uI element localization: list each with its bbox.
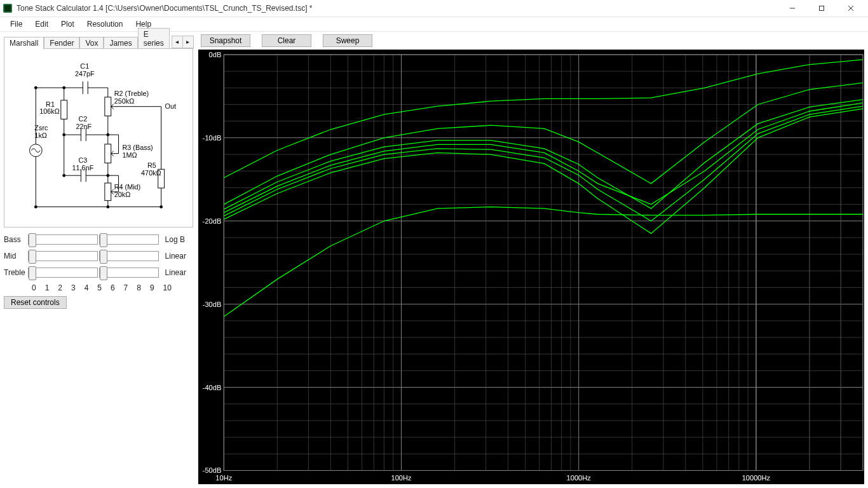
label-c1: C1	[80, 62, 89, 70]
svg-point-52	[160, 205, 163, 208]
tick: 0	[32, 283, 36, 292]
control-row-bass: Bass Log B	[4, 233, 193, 247]
bass-slider-fine[interactable]	[99, 234, 159, 245]
label-r5: R5	[147, 161, 156, 169]
control-label-bass: Bass	[4, 235, 28, 244]
tick: 9	[150, 283, 154, 292]
svg-rect-2	[820, 6, 824, 11]
svg-text:0dB: 0dB	[209, 51, 222, 58]
tick: 10	[163, 283, 172, 292]
tick: 5	[97, 283, 102, 292]
tone-controls: Bass Log B Mid Linear Treble Linear	[4, 233, 193, 309]
model-tabs: Marshall Fender Vox James E series ◂ ▸	[4, 34, 193, 48]
treble-slider[interactable]	[28, 268, 98, 278]
value-r5: 470kΩ	[141, 169, 161, 177]
window-title: Tone Stack Calculator 1.4 [C:\Users\Owne…	[17, 4, 313, 13]
control-row-treble: Treble Linear	[4, 266, 193, 280]
svg-rect-53	[198, 50, 864, 484]
tab-james[interactable]: James	[104, 37, 137, 49]
app-icon	[3, 3, 13, 13]
label-zsrc: Zsrc	[34, 124, 48, 132]
control-label-treble: Treble	[4, 268, 28, 277]
value-c3: 11.6nF	[72, 164, 94, 172]
svg-rect-18	[105, 97, 111, 116]
svg-text:100Hz: 100Hz	[391, 474, 412, 482]
tick: 6	[111, 283, 115, 292]
label-r1: R1	[46, 100, 55, 107]
svg-rect-1	[4, 5, 11, 11]
label-out: Out	[165, 102, 176, 109]
value-c1: 247pF	[75, 70, 95, 78]
label-r3: R3 (Bass)	[122, 143, 153, 151]
tab-fender[interactable]: Fender	[44, 37, 79, 49]
tab-eseries[interactable]: E series	[138, 28, 170, 49]
menu-edit[interactable]: Edit	[29, 18, 55, 30]
tick: 7	[124, 283, 128, 292]
label-r2: R2 (Treble)	[114, 90, 149, 97]
right-pane: Snapshot Clear Sweep 0dB-10dB-20dB-30dB-…	[197, 32, 868, 488]
label-c3: C3	[78, 156, 87, 164]
tick: 3	[71, 283, 76, 292]
value-r1: 106kΩ	[39, 107, 60, 115]
svg-rect-8	[61, 100, 67, 119]
snapshot-button[interactable]: Snapshot	[201, 34, 250, 47]
schematic-diagram: C1 247pF R1 106kΩ Zsrc 1kΩ C2 22nF C3 11…	[4, 48, 193, 227]
plot-toolbar: Snapshot Clear Sweep	[198, 34, 864, 50]
close-button[interactable]	[836, 0, 865, 17]
tab-scroll-right[interactable]: ▸	[182, 36, 194, 48]
menu-file[interactable]: File	[4, 18, 29, 30]
clear-button[interactable]: Clear	[262, 34, 311, 47]
svg-point-51	[107, 205, 109, 208]
menu-bar: File Edit Plot Resolution Help	[0, 17, 868, 32]
tick: 1	[45, 283, 50, 292]
label-r4: R4 (Mid)	[114, 183, 141, 191]
value-r3: 1MΩ	[122, 151, 137, 158]
svg-point-49	[34, 86, 37, 89]
tick: 2	[58, 283, 62, 292]
svg-text:10000Hz: 10000Hz	[742, 474, 771, 482]
svg-text:-30dB: -30dB	[203, 300, 222, 308]
label-c2: C2	[78, 115, 87, 123]
minimize-button[interactable]	[778, 0, 807, 17]
control-row-mid: Mid Linear	[4, 249, 193, 263]
treble-taper: Linear	[165, 268, 193, 277]
svg-text:10Hz: 10Hz	[215, 474, 232, 482]
tab-scroll-left[interactable]: ◂	[172, 36, 183, 48]
sweep-button[interactable]: Sweep	[323, 34, 372, 47]
value-zsrc: 1kΩ	[34, 132, 47, 139]
tick: 8	[137, 283, 141, 292]
svg-text:-40dB: -40dB	[203, 383, 222, 391]
tab-vox[interactable]: Vox	[79, 37, 104, 49]
slider-ticks: 0 1 2 3 4 5 6 7 8 9 10	[32, 283, 172, 292]
left-pane: Marshall Fender Vox James E series ◂ ▸	[0, 32, 197, 488]
frequency-response-plot: 0dB-10dB-20dB-30dB-40dB-50dB10Hz100Hz100…	[198, 50, 864, 484]
value-r2: 250kΩ	[114, 97, 135, 104]
svg-text:1000Hz: 1000Hz	[567, 474, 592, 482]
svg-text:-10dB: -10dB	[203, 134, 222, 142]
maximize-button[interactable]	[807, 0, 836, 17]
mid-slider[interactable]	[28, 251, 98, 261]
treble-slider-fine[interactable]	[99, 268, 159, 278]
svg-text:-50dB: -50dB	[203, 466, 222, 474]
mid-taper: Linear	[165, 252, 193, 261]
reset-controls-button[interactable]: Reset controls	[4, 296, 67, 309]
value-c2: 22nF	[76, 123, 92, 130]
svg-rect-40	[105, 183, 111, 201]
bass-slider[interactable]	[28, 234, 98, 245]
tab-marshall[interactable]: Marshall	[4, 37, 44, 49]
menu-resolution[interactable]: Resolution	[81, 18, 130, 30]
svg-point-50	[34, 205, 37, 208]
value-r4: 20kΩ	[114, 190, 131, 198]
control-label-mid: Mid	[4, 252, 28, 261]
svg-rect-28	[105, 144, 111, 163]
mid-slider-fine[interactable]	[99, 251, 159, 261]
title-bar: Tone Stack Calculator 1.4 [C:\Users\Owne…	[0, 0, 868, 17]
tick: 4	[85, 283, 89, 292]
bass-taper: Log B	[165, 235, 193, 244]
menu-plot[interactable]: Plot	[55, 18, 81, 30]
svg-text:-20dB: -20dB	[203, 217, 222, 224]
